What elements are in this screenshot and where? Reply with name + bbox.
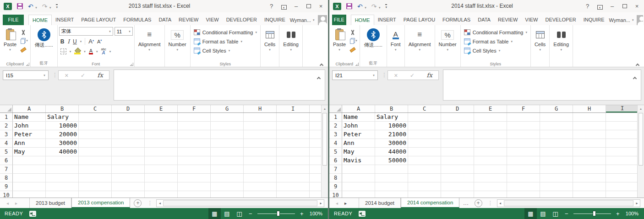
cell-H4[interactable]: [573, 139, 606, 148]
sheet-nav-right-icon[interactable]: ▸: [344, 201, 347, 206]
close-icon[interactable]: ×: [315, 0, 327, 12]
cell-B4[interactable]: 30000: [375, 139, 408, 148]
cell-G10[interactable]: [540, 191, 573, 198]
cell-E9[interactable]: [145, 182, 178, 191]
cells-button[interactable]: Cells ▾: [532, 27, 548, 61]
cell-I8[interactable]: [606, 174, 639, 182]
tab-insert[interactable]: INSERT: [52, 15, 77, 25]
cell-G4[interactable]: [211, 139, 244, 148]
more-sheets-indicator[interactable]: ...: [463, 200, 469, 206]
row-header-10[interactable]: 10: [0, 191, 13, 198]
tab-page-layout[interactable]: PAGE LAYOU: [400, 15, 439, 25]
zoom-level[interactable]: 100%: [310, 211, 322, 216]
bluetooth-send-button[interactable]: 傳送......: [32, 27, 56, 61]
cell-D4[interactable]: [112, 139, 145, 148]
cell-F1[interactable]: [178, 113, 211, 122]
sheet-nav-left-icon[interactable]: ◂: [336, 201, 338, 206]
cell-C2[interactable]: [408, 122, 441, 130]
cell-E3[interactable]: [474, 130, 507, 139]
column-header-A[interactable]: A: [13, 105, 46, 112]
horizontal-scrollbar-thumb[interactable]: [504, 200, 633, 206]
cell-I8[interactable]: [277, 174, 310, 182]
cell-I3[interactable]: [277, 130, 310, 139]
close-icon[interactable]: ×: [631, 0, 643, 12]
cancel-icon[interactable]: ×: [65, 72, 68, 79]
sheet-nav-right-icon[interactable]: ▸: [15, 201, 17, 206]
chevron-down-icon[interactable]: ▾: [70, 50, 71, 53]
cell-B2[interactable]: 10000: [375, 122, 408, 130]
chevron-down-icon[interactable]: ▾: [109, 50, 111, 53]
cell-D6[interactable]: [112, 156, 145, 165]
cell-E6[interactable]: [145, 156, 178, 165]
row-header-3[interactable]: 3: [0, 130, 13, 139]
column-header-E[interactable]: E: [145, 105, 178, 112]
cell-C9[interactable]: [408, 182, 441, 191]
formula-bar-input[interactable]: [443, 69, 641, 101]
row-header-5[interactable]: 5: [329, 148, 342, 156]
column-header-E[interactable]: E: [474, 105, 507, 112]
cancel-icon[interactable]: ×: [394, 72, 398, 79]
cell-D3[interactable]: [112, 130, 145, 139]
cell-C6[interactable]: [408, 156, 441, 165]
row-header-9[interactable]: 9: [329, 182, 342, 191]
insert-function-icon[interactable]: fx: [427, 72, 432, 79]
column-header-G[interactable]: G: [540, 105, 573, 112]
cell-H7[interactable]: [573, 165, 606, 174]
cell-I10[interactable]: [606, 191, 639, 198]
cell-styles-button[interactable]: Cell Styles▾: [464, 47, 527, 54]
cell-C2[interactable]: [79, 122, 112, 130]
collapse-ribbon-icon[interactable]: [636, 60, 640, 64]
cell-A5[interactable]: May: [13, 148, 46, 156]
zoom-level[interactable]: 100%: [626, 211, 639, 216]
tab-view[interactable]: VIEW: [202, 15, 223, 25]
cell-H2[interactable]: [244, 122, 277, 130]
bold-button[interactable]: B: [60, 38, 65, 45]
collapse-ribbon-icon[interactable]: [320, 60, 324, 64]
cell-G4[interactable]: [540, 139, 573, 148]
cell-C3[interactable]: [408, 130, 441, 139]
cell-I7[interactable]: [277, 165, 310, 174]
cell-G9[interactable]: [211, 182, 244, 191]
insert-function-icon[interactable]: fx: [98, 72, 103, 79]
cell-A9[interactable]: [13, 182, 46, 191]
cell-H7[interactable]: [244, 165, 277, 174]
tab-inquire[interactable]: INQUIRE: [261, 15, 289, 25]
cell-B9[interactable]: [46, 182, 79, 191]
cell-C8[interactable]: [79, 174, 112, 182]
format-painter-button[interactable]: [350, 46, 357, 52]
cell-G3[interactable]: [540, 130, 573, 139]
zoom-slider[interactable]: [573, 208, 612, 219]
decrease-font-button[interactable]: A▾: [97, 38, 102, 44]
font-name-select[interactable]: 宋体▾: [59, 27, 113, 36]
redo-button[interactable]: ↷ ▾: [42, 2, 51, 11]
cell-B7[interactable]: [46, 165, 79, 174]
conditional-formatting-button[interactable]: Conditional Formatting▾: [464, 29, 527, 36]
cell-B8[interactable]: [375, 174, 408, 182]
sheet-tab-2013-budget[interactable]: 2013 budget: [29, 198, 71, 208]
ribbon-display-options-icon[interactable]: ▴: [594, 0, 606, 12]
tab-file[interactable]: FILE: [332, 15, 346, 25]
cell-E10[interactable]: [474, 191, 507, 198]
scroll-up-icon[interactable]: ▴: [322, 105, 328, 112]
chevron-down-icon[interactable]: ▾: [41, 74, 48, 77]
minimize-icon[interactable]: –: [290, 0, 302, 12]
cell-E8[interactable]: [145, 174, 178, 182]
name-box[interactable]: I21 ▾: [332, 70, 378, 80]
cell-D7[interactable]: [441, 165, 474, 174]
cell-B3[interactable]: 20000: [46, 130, 79, 139]
cell-F9[interactable]: [178, 182, 211, 191]
cell-E6[interactable]: [474, 156, 507, 165]
cell-F10[interactable]: [507, 191, 540, 198]
cell-D7[interactable]: [112, 165, 145, 174]
cell-I1[interactable]: [277, 113, 310, 122]
row-header-8[interactable]: 8: [329, 174, 342, 182]
vertical-scrollbar-thumb[interactable]: [322, 113, 327, 166]
row-header-2[interactable]: 2: [329, 122, 342, 130]
cell-C1[interactable]: [79, 113, 112, 122]
avatar[interactable]: [637, 15, 643, 25]
tab-home[interactable]: HOME: [351, 15, 374, 25]
row-header-1[interactable]: 1: [0, 113, 13, 122]
scroll-up-icon[interactable]: ▴: [638, 105, 644, 112]
row-header-9[interactable]: 9: [0, 182, 13, 191]
tab-formulas[interactable]: FORMULAS: [439, 15, 474, 25]
